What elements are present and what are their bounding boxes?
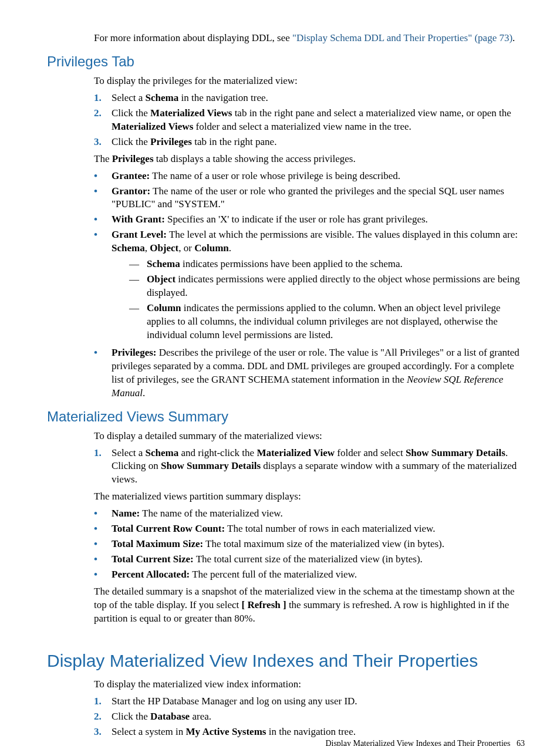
dash-icon: — (129, 302, 147, 342)
list-item: —Schema indicates permissions have been … (129, 258, 525, 271)
mv-summary-fields: •Name: The name of the materialized view… (94, 507, 525, 582)
list-item: •Total Current Row Count: The total numb… (94, 522, 525, 536)
page-number: 63 (517, 739, 525, 747)
bullet-text: Grantor: The name of the user or role wh… (112, 185, 525, 212)
bullet-text: Total Current Size: The total current si… (112, 553, 423, 566)
dash-icon: — (129, 273, 147, 300)
ddl-more-info: For more information about displaying DD… (94, 32, 525, 45)
bullet-text: Total Maximum Size: The total maximum si… (112, 538, 444, 551)
list-item: •Total Maximum Size: The total maximum s… (94, 538, 525, 551)
ddl-link[interactable]: "Display Schema DDL and Their Properties… (292, 32, 512, 43)
bullet-icon: • (94, 213, 112, 227)
bullet-icon: • (94, 568, 112, 582)
bullet-text: Grantee: The name of a user or role whos… (112, 170, 400, 183)
list-item: 3. Select a system in My Active Systems … (94, 725, 525, 739)
bullet-text: Percent Allocated: The percent full of t… (112, 568, 357, 582)
list-item: •Name: The name of the materialized view… (94, 507, 525, 521)
step-number: 1. (94, 695, 112, 708)
list-item: •Total Current Size: The total current s… (94, 553, 525, 566)
step-text: Select a Schema and right-click the Mate… (112, 447, 525, 487)
step-number: 2. (94, 107, 112, 134)
sub-text: Object indicates permissions were applie… (147, 273, 525, 300)
step-number: 2. (94, 710, 112, 724)
bullet-text: Grant Level: The level at which the perm… (112, 228, 525, 345)
mv-summary-heading: Materialized Views Summary (47, 409, 525, 425)
footer-text: Display Materialized View Indexes and Th… (325, 739, 510, 747)
grant-level-sublist: —Schema indicates permissions have been … (129, 258, 525, 342)
list-item: •Percent Allocated: The percent full of … (94, 568, 525, 582)
mv-summary-after-step: The materialized views partition summary… (94, 490, 525, 504)
bullet-text: Privileges: Describes the privilege of t… (112, 346, 525, 400)
bullet-text: With Grant: Specifies an 'X' to indicate… (112, 213, 428, 227)
step-text: Click the Database area. (112, 710, 211, 724)
list-item: 2. Click the Database area. (94, 710, 525, 724)
bullet-icon: • (94, 346, 112, 400)
bullet-icon: • (94, 170, 112, 183)
step-text: Click the Privileges tab in the right pa… (112, 136, 276, 149)
mv-summary-steps: 1. Select a Schema and right-click the M… (94, 447, 525, 487)
page: For more information about displaying DD… (0, 0, 560, 746)
list-item: 1. Select a Schema and right-click the M… (94, 447, 525, 487)
page-footer: Display Materialized View Indexes and Th… (325, 739, 525, 747)
step-text: Start the HP Database Manager and log on… (112, 695, 357, 708)
bullet-text: Total Current Row Count: The total numbe… (112, 522, 435, 536)
sub-text: Schema indicates permissions have been a… (147, 258, 403, 271)
privileges-lead: To display the privileges for the materi… (94, 75, 525, 88)
list-item: 2. Click the Materialized Views tab in t… (94, 107, 525, 134)
privileges-after-steps: The Privileges tab displays a table show… (94, 153, 525, 166)
list-item: • With Grant: Specifies an 'X' to indica… (94, 213, 525, 227)
mv-indexes-heading: Display Materialized View Indexes and Th… (47, 649, 525, 672)
list-item: • Grantor: The name of the user or role … (94, 185, 525, 212)
list-item: 1. Start the HP Database Manager and log… (94, 695, 525, 708)
bullet-icon: • (94, 507, 112, 521)
sub-text: Column indicates the permissions applied… (147, 302, 525, 342)
list-item: • Privileges: Describes the privilege of… (94, 346, 525, 400)
bullet-text: Name: The name of the materialized view. (112, 507, 283, 521)
step-number: 1. (94, 92, 112, 105)
step-number: 3. (94, 136, 112, 149)
list-item: • Grant Level: The level at which the pe… (94, 228, 525, 345)
mv-indexes-steps: 1. Start the HP Database Manager and log… (94, 695, 525, 739)
bullet-icon: • (94, 228, 112, 345)
privileges-steps: 1. Select a Schema in the navigation tre… (94, 92, 525, 149)
list-item: • Grantee: The name of a user or role wh… (94, 170, 525, 183)
mv-indexes-lead: To display the materialized view index i… (94, 678, 525, 691)
step-number: 3. (94, 725, 112, 739)
step-number: 1. (94, 447, 112, 487)
step-text: Select a system in My Active Systems in … (112, 725, 356, 739)
bullet-icon: • (94, 538, 112, 551)
mv-summary-trailer: The detailed summary is a snapshot of th… (94, 585, 525, 626)
step-text: Click the Materialized Views tab in the … (112, 107, 525, 134)
mv-summary-lead: To display a detailed summary of the mat… (94, 430, 525, 443)
bullet-icon: • (94, 185, 112, 212)
list-item: —Object indicates permissions were appli… (129, 273, 525, 300)
bullet-icon: • (94, 522, 112, 536)
privileges-bullets: • Grantee: The name of a user or role wh… (94, 170, 525, 400)
list-item: 1. Select a Schema in the navigation tre… (94, 92, 525, 105)
text: For more information about displaying DD… (94, 32, 292, 43)
bullet-icon: • (94, 553, 112, 566)
step-text: Select a Schema in the navigation tree. (112, 92, 268, 105)
dash-icon: — (129, 258, 147, 271)
list-item: 3. Click the Privileges tab in the right… (94, 136, 525, 149)
privileges-tab-heading: Privileges Tab (47, 53, 525, 70)
text: . (512, 32, 515, 43)
list-item: —Column indicates the permissions applie… (129, 302, 525, 342)
content-area: For more information about displaying DD… (94, 32, 525, 739)
